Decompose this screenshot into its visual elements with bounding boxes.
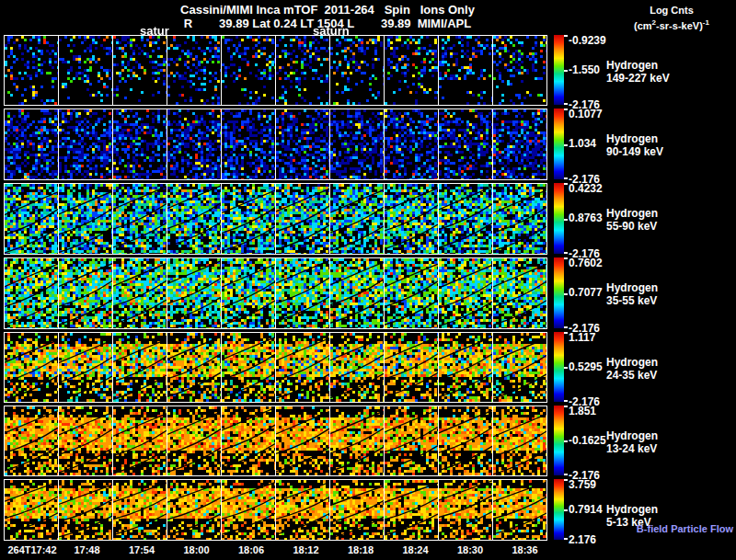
- colorbar: [554, 183, 564, 254]
- heatmap-panel: [330, 184, 385, 254]
- panel-strip: [4, 332, 547, 403]
- colorbar-tick: [564, 257, 568, 259]
- colorbar-tick: [564, 367, 568, 369]
- heatmap-panel: [276, 184, 330, 254]
- colorbar-tick: [564, 103, 568, 105]
- log-counts-label: Log Cnts: [609, 4, 734, 17]
- heatmap-panel: [385, 109, 439, 179]
- heatmap-panel: [330, 406, 385, 475]
- heatmap-panel: [222, 36, 276, 105]
- species-label: Hydrogen: [606, 59, 670, 72]
- bfield-particle-flow-label: B-field Particle Flow: [637, 523, 733, 534]
- heatmap-panel: [276, 36, 330, 105]
- colorbar-max-label: -0.9239: [569, 34, 606, 47]
- colorbar-tick: [564, 183, 568, 185]
- time-tick-label: 264T17:42: [7, 544, 56, 555]
- heatmap-panel: [493, 109, 546, 179]
- species-label: Hydrogen: [606, 132, 663, 145]
- heatmap-panel: [385, 333, 439, 402]
- time-tick-label: 18:00: [183, 544, 209, 555]
- energy-row: 0.7602 0.7077 -2.176 Hydrogen 35-55 keV: [0, 257, 736, 329]
- heatmap-panel: [330, 480, 385, 540]
- colorbar-units-label: Log Cnts (cm2-sr-s-keV)-1: [609, 4, 734, 32]
- heatmap-panel: [113, 480, 167, 540]
- energy-band-label: Hydrogen 149-227 keV: [606, 59, 670, 85]
- time-tick-label: 18:18: [348, 544, 374, 555]
- colorbar-mid-label: -1.550: [569, 63, 600, 76]
- heatmap-panel: [113, 36, 167, 105]
- heatmap-panel: [222, 109, 276, 179]
- heatmap-panel: [493, 258, 546, 328]
- colorbar-mid-label: 1.034: [569, 137, 596, 150]
- species-label: Hydrogen: [606, 503, 658, 516]
- heatmap-panel: [330, 258, 385, 328]
- energy-row: 0.1077 1.034 -2.176 Hydrogen 90-149 keV: [0, 109, 736, 180]
- units-label: (cm2-sr-s-keV)-1: [609, 17, 734, 32]
- heatmap-panel: [439, 406, 493, 475]
- heatmap-panel: [385, 258, 439, 328]
- heatmap-panel: [167, 406, 222, 475]
- energy-band-label: Hydrogen 55-90 keV: [606, 207, 658, 233]
- colorbar-mid-label: 0.7914: [569, 503, 603, 516]
- colorbar-tick: [564, 109, 568, 110]
- heatmap-panel: [113, 184, 167, 254]
- colorbar-tick: [564, 293, 568, 295]
- heatmap-panel: [5, 406, 59, 475]
- heatmap-panel: [167, 109, 222, 179]
- heatmap-panel: [222, 480, 276, 540]
- colorbar-tick: [564, 332, 568, 334]
- heatmap-panel: [222, 258, 276, 328]
- energy-band-label: Hydrogen 13-24 keV: [606, 429, 658, 455]
- heatmap-panel: [493, 480, 546, 540]
- colorbar-tick: [564, 70, 568, 72]
- plot-title: Cassini/MIMI Inca mTOF 2011-264 Spin Ion…: [0, 3, 655, 17]
- colorbar: [554, 332, 564, 402]
- colorbar-tick: [564, 144, 568, 146]
- colorbar-tick: [564, 177, 568, 179]
- colorbar-tick: [564, 219, 568, 221]
- colorbar-mid-label: 0.8763: [569, 211, 603, 224]
- time-tick-label: 18:30: [457, 544, 483, 555]
- colorbar-min-label: 2.176: [569, 533, 596, 546]
- colorbar-tick: [564, 406, 568, 407]
- colorbar-max-label: 1.117: [569, 331, 595, 344]
- heatmap-panel: [493, 333, 546, 402]
- heatmap-panel: [385, 36, 439, 105]
- time-tick-label: 18:06: [238, 544, 264, 555]
- heatmap-panel: [276, 333, 330, 402]
- heatmap-panel: [5, 36, 59, 105]
- colorbar-max-label: 0.4232: [569, 182, 603, 195]
- energy-row: 1.851 -0.1625 -2.176 Hydrogen 13-24 keV: [0, 406, 736, 476]
- panel-strip: [4, 183, 547, 255]
- heatmap-panel: [330, 109, 385, 179]
- panel-strip: [4, 479, 547, 541]
- time-tick-label: 18:24: [402, 544, 428, 555]
- species-label: Hydrogen: [606, 356, 658, 369]
- colorbar-max-label: 1.851: [569, 405, 596, 417]
- heatmap-panel: [5, 109, 59, 179]
- heatmap-panel: [59, 36, 113, 105]
- heatmap-panel: [5, 184, 59, 254]
- heatmap-panel: [113, 258, 167, 328]
- heatmap-panel: [276, 406, 330, 475]
- energy-range-label: 90-149 keV: [606, 145, 663, 158]
- colorbar-mid-label: 0.5295: [569, 360, 603, 373]
- energy-band-label: Hydrogen 90-149 keV: [606, 132, 663, 158]
- heatmap-panel: [167, 333, 222, 402]
- heatmap-panel: [59, 109, 113, 179]
- energy-row: 1.117 0.5295 -2.176 Hydrogen 24-35 keV: [0, 332, 736, 403]
- species-label: Hydrogen: [606, 281, 658, 294]
- heatmap-panel: [330, 36, 385, 105]
- heatmap-panel: [493, 184, 546, 254]
- species-label: Hydrogen: [606, 207, 658, 220]
- heatmap-panel: [167, 36, 222, 105]
- energy-band-label: Hydrogen 35-55 keV: [606, 281, 658, 307]
- heatmap-panel: [5, 333, 59, 402]
- colorbar-tick: [564, 35, 568, 37]
- colorbar-tick: [564, 474, 568, 475]
- heatmap-panel: [5, 258, 59, 328]
- plot-area: Cassini/MIMI Inca mTOF 2011-264 Spin Ion…: [0, 0, 736, 560]
- heatmap-panel: [222, 406, 276, 475]
- colorbar-max-label: 0.7602: [569, 257, 603, 269]
- colorbar: [554, 479, 564, 540]
